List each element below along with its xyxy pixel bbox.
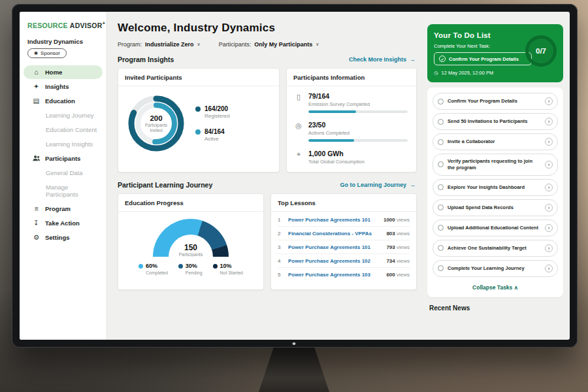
legend-dot [139, 264, 143, 269]
sidebar-item-label: General Data [46, 169, 83, 176]
participants-filter-value: Only My Participants [254, 41, 312, 48]
lesson-views-unit: views [395, 258, 410, 264]
lesson-row: 1 Power Purchase Agreements 101 1000 vie… [278, 213, 410, 227]
program-filter[interactable]: Program: Industrialize Zero ∨ [118, 41, 201, 48]
chevron-right-icon[interactable]: › [545, 265, 553, 272]
chevron-right-icon[interactable]: › [545, 224, 553, 232]
progress-fill [308, 139, 354, 142]
participants-information-card: Participants Information ▯ 79/164 Emissi… [286, 68, 417, 172]
stat-actions-completed: ◎ 23/50 Actions Completed [295, 121, 408, 142]
chevron-right-icon[interactable]: › [545, 204, 553, 212]
monitor: RESOURCE ADVISOR+ Industry Dynamics ◉ Sp… [12, 4, 578, 348]
sidebar-item-label: Insights [45, 83, 69, 90]
chevron-right-icon[interactable]: › [545, 138, 553, 146]
check-icon: ✓ [439, 56, 446, 62]
app-logo: RESOURCE ADVISOR+ [20, 20, 106, 35]
participants-filter[interactable]: Participants: Only My Participants ∨ [219, 41, 319, 48]
sidebar-item-participants[interactable]: Participants [24, 152, 103, 166]
lesson-views-unit: views [395, 231, 410, 237]
task-checkbox[interactable] [438, 139, 444, 145]
task-label: Invite a Collaborator [448, 139, 541, 145]
program-filter-label: Program: [118, 41, 142, 48]
legend-dot [195, 129, 201, 135]
sidebar-item-general-data[interactable]: General Data [24, 166, 103, 180]
sidebar-item-home[interactable]: ⌂ Home [24, 65, 103, 79]
collapse-tasks-link[interactable]: Collapse Tasks ∧ [433, 280, 558, 293]
sidebar-item-program[interactable]: ≡ Program [24, 202, 103, 216]
progress-bar [308, 139, 408, 142]
task-label: Complete Your Learning Journey [448, 265, 541, 272]
lesson-row: 4 Power Purchase Agreements 102 734 view… [278, 254, 410, 268]
task-checkbox[interactable] [438, 161, 444, 167]
task-row[interactable]: Verify participants requesting to join t… [433, 154, 558, 176]
sidebar-item-education-content[interactable]: Education Content [24, 123, 103, 137]
participants-icon [32, 155, 41, 163]
next-task-item[interactable]: ✓ Confirm Your Program Details [434, 52, 532, 65]
link-label: Go to Learning Journey [340, 182, 406, 188]
chevron-right-icon[interactable]: › [545, 97, 553, 105]
participants-filter-label: Participants: [219, 41, 252, 48]
main-content: Welcome, Industry Dynamics Program: Indu… [107, 12, 425, 340]
task-row[interactable]: Confirm Your Program Details › [433, 93, 558, 110]
stat-label: Actions Completed [308, 130, 408, 136]
go-to-learning-journey-link[interactable]: Go to Learning Journey → [340, 182, 416, 188]
task-checkbox[interactable] [438, 184, 444, 190]
task-row[interactable]: Explore Your Insights Dashboard › [433, 179, 558, 196]
progress-bar [308, 110, 408, 113]
sidebar-item-label: Home [45, 69, 62, 76]
lesson-views: 1000 [384, 217, 395, 223]
chevron-right-icon[interactable]: › [545, 161, 553, 169]
arrow-right-icon: → [410, 56, 416, 63]
lesson-link[interactable]: Power Purchase Agreements 101 [288, 217, 378, 223]
lesson-link[interactable]: Power Purchase Agreements 103 [288, 272, 381, 278]
sidebar-item-take-action[interactable]: ↧ Take Action [24, 216, 103, 230]
education-progress-card: Education Progress 150 Participants [118, 193, 264, 290]
section-title: Program Insights [118, 56, 174, 63]
lesson-link[interactable]: Financial Considerations - VPPAs [288, 231, 381, 237]
sidebar-item-learning-journey[interactable]: Learning Journey [24, 108, 103, 122]
sidebar-item-manage-participants[interactable]: Manage Participants [24, 180, 103, 201]
task-row[interactable]: Send 50 Invitations to Participants › [433, 113, 558, 130]
logo-part2: ADVISOR [70, 22, 103, 29]
task-row[interactable]: Achieve One Sustainability Target › [433, 240, 558, 257]
legend-label: Not Started [220, 270, 243, 275]
sponsor-label: Sponsor [41, 50, 60, 56]
task-checkbox[interactable] [438, 204, 444, 210]
chevron-up-icon: ∧ [514, 284, 518, 291]
task-checkbox[interactable] [438, 225, 444, 231]
task-checkbox[interactable] [438, 119, 444, 125]
sidebar-item-insights[interactable]: ✦ Insights [24, 80, 103, 93]
sidebar-item-label: Program [45, 205, 71, 212]
chevron-right-icon[interactable]: › [545, 244, 553, 252]
sidebar-item-learning-insights[interactable]: Learning Insights [24, 137, 103, 151]
lesson-rank: 4 [278, 258, 283, 264]
learning-journey-header: Participant Learning Journey Go to Learn… [118, 181, 416, 189]
lesson-link[interactable]: Power Purchase Agreements 102 [288, 258, 381, 264]
sidebar-item-education[interactable]: ▤ Education [24, 94, 103, 108]
lesson-row: 3 Power Purchase Agreements 101 793 view… [278, 240, 410, 254]
sponsor-badge[interactable]: ◉ Sponsor [27, 48, 67, 58]
sidebar-item-settings[interactable]: ⚙ Settings [24, 231, 103, 244]
lesson-views-unit: views [395, 244, 410, 250]
chevron-right-icon[interactable]: › [545, 118, 553, 125]
logo-part1: RESOURCE [27, 22, 68, 29]
task-label: Send 50 Invitations to Participants [448, 118, 541, 125]
sidebar-item-label: Settings [45, 234, 69, 241]
lesson-link[interactable]: Power Purchase Agreements 101 [288, 244, 381, 250]
check-more-insights-link[interactable]: Check More Insights → [349, 56, 416, 63]
recent-news-title: Recent News [429, 304, 563, 312]
due-date: 12 May 2025, 12:00 PM [442, 70, 494, 76]
collapse-label: Collapse Tasks [472, 284, 512, 291]
task-checkbox[interactable] [438, 99, 444, 105]
task-checkbox[interactable] [438, 245, 444, 251]
task-checkbox[interactable] [438, 265, 444, 271]
legend-dot [178, 264, 183, 269]
task-row[interactable]: Upload Spend Data Records › [433, 199, 558, 216]
task-row[interactable]: Upload Additional Educational Content › [433, 220, 558, 237]
task-row[interactable]: Complete Your Learning Journey › [433, 260, 558, 277]
chevron-right-icon[interactable]: › [545, 184, 553, 191]
task-row[interactable]: Invite a Collaborator › [433, 133, 558, 150]
education-legend: 60% Completed 30% Pending [139, 263, 243, 275]
lesson-views: 793 [386, 244, 395, 250]
lesson-rank: 5 [278, 272, 283, 278]
